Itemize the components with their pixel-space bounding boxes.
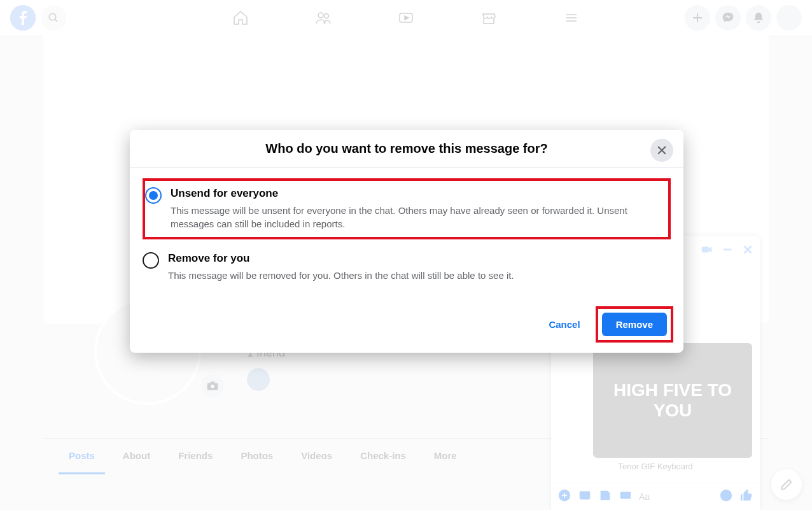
modal-overlay: Who do you want to remove this message f… xyxy=(0,0,812,510)
option-title: Unsend for everyone xyxy=(171,187,668,200)
remove-button[interactable]: Remove xyxy=(602,313,667,336)
close-dialog-button[interactable] xyxy=(650,139,673,162)
option-description: This message will be unsent for everyone… xyxy=(171,204,668,230)
option-remove-for-you[interactable]: Remove for you This message will be remo… xyxy=(143,246,671,288)
option-title: Remove for you xyxy=(168,252,514,265)
dialog-header: Who do you want to remove this message f… xyxy=(130,130,683,168)
close-icon xyxy=(655,144,668,157)
radio-remove-for-you[interactable] xyxy=(143,252,159,269)
cancel-button[interactable]: Cancel xyxy=(540,313,589,336)
option-description: This message will be removed for you. Ot… xyxy=(168,269,514,282)
highlight-remove: Remove xyxy=(596,306,673,343)
dialog-body: Unsend for everyone This message will be… xyxy=(130,168,683,299)
remove-message-dialog: Who do you want to remove this message f… xyxy=(130,130,683,353)
dialog-footer: Cancel Remove xyxy=(130,299,683,353)
dialog-title: Who do you want to remove this message f… xyxy=(265,141,547,156)
radio-unsend-everyone[interactable] xyxy=(145,187,162,204)
option-unsend-everyone[interactable]: Unsend for everyone This message will be… xyxy=(143,178,671,239)
